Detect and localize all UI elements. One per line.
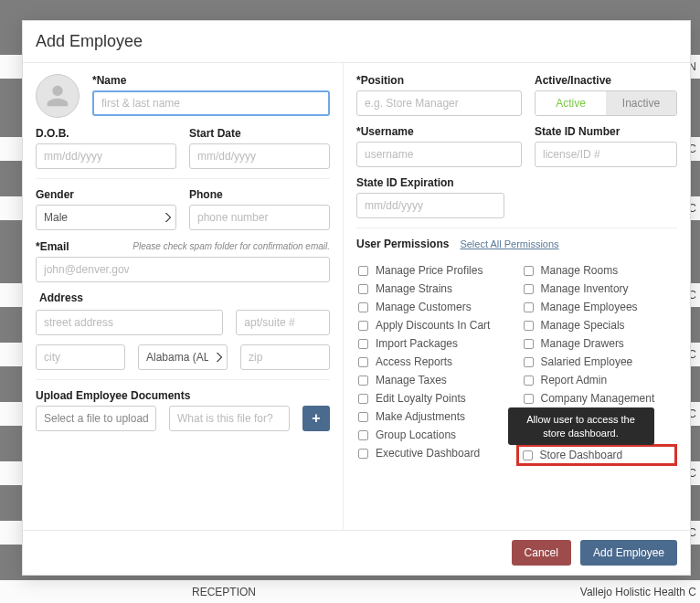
permission-label: Company Management [541,392,655,405]
select-all-permissions-link[interactable]: Select All Permissions [460,238,558,249]
permission-item[interactable]: Manage Customers [356,298,513,316]
checkbox[interactable] [524,266,534,276]
permission-item[interactable]: Make Adjustments [356,407,513,426]
permission-label: Edit Loyalty Points [376,392,466,405]
permission-item[interactable]: Manage Employees [522,298,678,316]
stateexp-input[interactable] [356,193,504,218]
permission-label: Report Admin [541,374,608,386]
permission-label: Manage Customers [376,301,472,313]
spam-note: Please check spam folder for confirmatio… [133,241,330,251]
file-select[interactable] [36,406,156,431]
checkbox[interactable] [358,430,368,440]
startdate-input[interactable] [189,143,330,169]
checkbox[interactable] [358,302,368,312]
dob-input[interactable] [36,143,176,169]
position-input[interactable] [356,90,522,116]
permission-label: Manage Employees [541,301,638,313]
permissions-column-left: Manage Price ProfilesManage StrainsManag… [356,261,513,466]
add-employee-button[interactable]: Add Employee [580,540,677,566]
permission-label: Salaried Employee [541,355,633,368]
username-input[interactable] [356,142,522,167]
stateid-input[interactable] [535,142,677,167]
avatar-placeholder[interactable] [36,74,80,118]
email-input[interactable] [36,257,330,282]
checkbox[interactable] [524,357,534,367]
person-icon [42,80,73,111]
add-file-button[interactable]: + [302,406,330,431]
tooltip: Allow user to access the store dashboard… [508,407,654,445]
gender-label: Gender [36,188,176,201]
address-label: Address [39,291,330,304]
permission-item[interactable]: Manage Strains [356,280,513,298]
username-label: *Username [356,125,522,138]
checkbox[interactable] [358,321,368,331]
permission-item[interactable]: Manage Specials [522,316,678,334]
phone-input[interactable] [189,205,330,230]
permission-item[interactable]: Edit Loyalty Points [356,389,513,407]
permission-label: Manage Price Profiles [376,264,483,277]
street-input[interactable] [36,310,223,335]
checkbox[interactable] [358,357,368,367]
plus-icon: + [312,410,320,427]
permission-label: Apply Discounts In Cart [376,319,490,332]
checkbox[interactable] [358,376,368,386]
permission-label: Group Locations [376,428,456,441]
permission-item[interactable]: Manage Drawers [522,334,678,353]
checkbox[interactable] [358,394,368,404]
permission-label: Manage Inventory [541,282,629,295]
state-select[interactable]: Alabama (AL) [138,344,228,370]
checkbox[interactable] [358,284,368,294]
add-employee-modal: Add Employee *Name D.O.B. [22,20,691,576]
checkbox[interactable] [524,376,534,386]
city-input[interactable] [36,344,125,370]
name-input[interactable] [92,90,330,116]
permission-item[interactable]: Import Packages [356,334,513,353]
toggle-inactive[interactable]: Inactive [606,91,676,115]
permission-item[interactable]: Manage Rooms [522,261,678,280]
dob-label: D.O.B. [36,127,176,140]
active-toggle[interactable]: Active Inactive [535,90,677,116]
bg-row: RECEPTION Vallejo Holistic Health C [0,580,700,603]
permission-item[interactable]: Executive Dashboard [356,444,513,462]
email-label: *Email [36,240,69,253]
modal-footer: Cancel Add Employee [23,530,690,575]
permission-item[interactable]: Report Admin [522,371,678,389]
checkbox[interactable] [358,266,368,276]
checkbox[interactable] [524,394,534,404]
permissions-column-right: Manage RoomsManage InventoryManage Emplo… [522,261,678,466]
permission-item[interactable]: Manage Inventory [522,280,678,298]
checkbox[interactable] [523,450,533,460]
toggle-active[interactable]: Active [536,91,606,115]
permission-item[interactable]: Apply Discounts In Cart [356,316,513,334]
checkbox[interactable] [358,339,368,349]
permission-label: Make Adjustments [376,410,465,423]
permission-item[interactable]: Manage Price Profiles [356,261,513,280]
permission-item[interactable]: Company Management [522,389,678,407]
apt-input[interactable] [236,310,330,335]
checkbox[interactable] [358,412,368,422]
checkbox[interactable] [524,284,534,294]
permission-item[interactable]: Group Locations [356,426,513,444]
gender-select[interactable]: Male [36,205,176,230]
startdate-label: Start Date [189,127,330,140]
stateexp-label: State ID Expiration [356,176,504,189]
right-column: *Position Active/Inactive Active Inactiv… [343,63,690,530]
permission-item[interactable]: Salaried Employee [522,353,678,371]
position-label: *Position [356,74,522,87]
permission-item[interactable]: Access Reports [356,353,513,371]
checkbox[interactable] [358,449,368,459]
file-desc-input[interactable] [169,406,290,431]
permission-label: Executive Dashboard [376,447,480,460]
phone-label: Phone [189,188,330,201]
permissions-label: User Permissions [356,238,449,250]
checkbox[interactable] [524,339,534,349]
left-column: *Name D.O.B. Start Date Gender [23,63,343,530]
cancel-button[interactable]: Cancel [512,540,571,566]
checkbox[interactable] [524,302,534,312]
permission-label: Store Dashboard [540,449,623,461]
permission-store-dashboard[interactable]: Store DashboardAllow user to access the … [516,444,678,466]
zip-input[interactable] [240,344,330,370]
permission-label: Manage Drawers [541,337,624,350]
permission-item[interactable]: Manage Taxes [356,371,513,389]
checkbox[interactable] [524,321,534,331]
